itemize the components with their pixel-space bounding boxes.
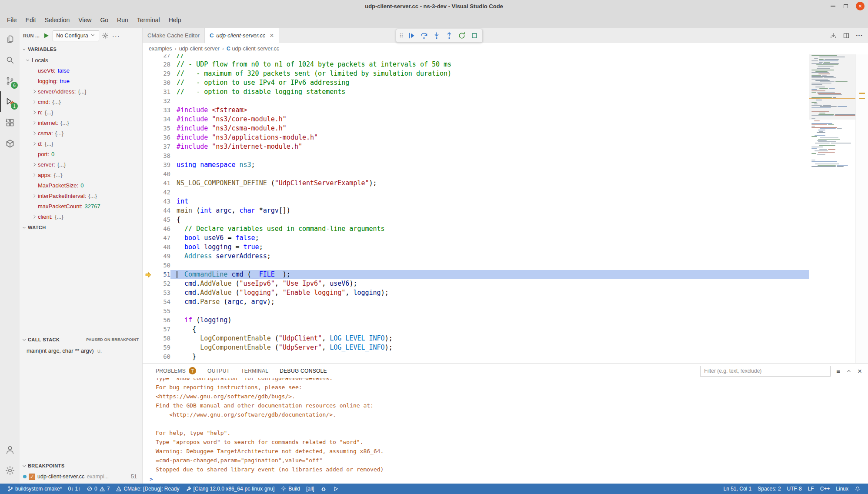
code-line[interactable]: 59 LogComponentEnable ("UdpServer", LOG_… <box>143 343 809 352</box>
cmake-build-button[interactable]: Build <box>277 484 303 494</box>
code-line[interactable]: 32 <box>143 97 809 106</box>
code-line[interactable]: 35#include "ns3/csma-module.h" <box>143 124 809 133</box>
step-over-button[interactable] <box>418 30 430 41</box>
breadcrumb-item[interactable]: Cudp-client-server.cc <box>227 46 279 52</box>
step-out-button[interactable] <box>444 30 455 41</box>
drag-handle-icon[interactable]: ⠿ <box>398 33 404 39</box>
code-line[interactable]: 36#include "ns3/applications-module.h" <box>143 133 809 142</box>
code-line[interactable]: 52 cmd.AddValue ("useIpv6", "Use Ipv6", … <box>143 279 809 288</box>
panel-tab-problems[interactable]: PROBLEMS7 <box>156 364 196 378</box>
variables-header[interactable]: VARIABLES <box>20 43 142 55</box>
code-line[interactable]: 27// <box>143 54 809 60</box>
panel-tab-debug-console[interactable]: DEBUG CONSOLE <box>280 364 327 378</box>
code-line[interactable]: 41NS_LOG_COMPONENT_DEFINE ("UdpClientSer… <box>143 179 809 188</box>
activity-settings[interactable] <box>0 460 20 481</box>
code-line[interactable]: 55 <box>143 307 809 316</box>
cmake-debug-button[interactable] <box>317 484 330 494</box>
encoding[interactable]: UTF-8 <box>784 484 805 494</box>
start-debugging-button[interactable] <box>42 32 50 40</box>
breadcrumb-item[interactable]: examples <box>149 46 172 52</box>
variable-row[interactable]: serverAddress:{...} <box>20 86 142 97</box>
breakpoint-item[interactable]: ✓udp-client-server.ccexampl...51 <box>20 471 142 482</box>
maximize-panel-chevron-icon[interactable] <box>846 368 852 374</box>
code-line[interactable]: 58 LogComponentEnable ("UdpClient", LOG_… <box>143 334 809 343</box>
debug-config-dropdown[interactable]: No Configura <box>53 30 99 41</box>
activity-extensions[interactable] <box>0 112 20 133</box>
code-line[interactable]: 33#include <fstream> <box>143 106 809 115</box>
code-line[interactable]: 40 <box>143 170 809 179</box>
output-settings-icon[interactable]: ≡ <box>836 367 840 375</box>
remote-os[interactable]: Linux <box>833 484 851 494</box>
step-into-button[interactable] <box>431 30 442 41</box>
eol[interactable]: LF <box>805 484 817 494</box>
notifications-bell[interactable] <box>851 484 864 494</box>
variable-row[interactable]: interPacketInterval:{...} <box>20 190 142 201</box>
code-line[interactable]: 29// - maximum of 320 packets sent (or l… <box>143 69 809 78</box>
stack-frame[interactable]: main(int argc, char ** argv)u. <box>20 345 142 356</box>
indentation[interactable]: Spaces: 2 <box>754 484 784 494</box>
code-line[interactable]: 45{ <box>143 215 809 224</box>
code-line[interactable]: 31// - option to disable logging stateme… <box>143 87 809 97</box>
activity-explorer[interactable] <box>0 29 20 50</box>
close-button[interactable]: × <box>856 2 865 10</box>
code-line[interactable]: 54 cmd.Parse (argc, argv); <box>143 297 809 307</box>
code-line[interactable]: 56 if (logging) <box>143 316 809 325</box>
code-line[interactable]: 51 CommandLine cmd (__FILE__); <box>143 270 809 279</box>
code-line[interactable]: 49 Address serverAddress; <box>143 252 809 261</box>
code-line[interactable]: 61 <box>143 361 809 363</box>
variable-row[interactable]: apps:{...} <box>20 170 142 180</box>
code-line[interactable]: 53 cmd.AddValue ("logging", "Enable logg… <box>143 288 809 297</box>
variable-row[interactable]: csma:{...} <box>20 128 142 138</box>
breakpoints-header[interactable]: BREAKPOINTS <box>20 460 142 471</box>
variable-row[interactable]: MaxPacketSize:0 <box>20 180 142 190</box>
git-branch-status[interactable]: buildsystem-cmake* <box>4 484 65 494</box>
code-line[interactable]: 57 { <box>143 325 809 334</box>
menu-help[interactable]: Help <box>164 14 186 26</box>
split-editor-button[interactable] <box>843 32 850 39</box>
overview-ruler[interactable] <box>855 54 868 363</box>
menu-file[interactable]: File <box>3 14 21 26</box>
variable-row[interactable]: internet:{...} <box>20 117 142 128</box>
breakpoint-checkbox[interactable]: ✓ <box>29 474 35 480</box>
variable-row[interactable]: useV6:false <box>20 65 142 76</box>
panel-tab-terminal[interactable]: TERMINAL <box>241 364 268 378</box>
console-input-prompt[interactable]: > <box>150 476 153 482</box>
code-line[interactable]: 50 <box>143 261 809 270</box>
cmake-kit-status[interactable]: [Clang 12.0.0 x86_64-pc-linux-gnu] <box>183 484 278 494</box>
minimize-button[interactable] <box>830 3 836 9</box>
cmake-status[interactable]: CMake: [Debug]: Ready <box>113 484 182 494</box>
variable-row[interactable]: n:{...} <box>20 107 142 117</box>
activity-source-control[interactable]: 6 <box>0 70 20 91</box>
menu-selection[interactable]: Selection <box>40 14 74 26</box>
minimap[interactable] <box>809 54 855 363</box>
close-panel-icon[interactable]: × <box>858 367 862 375</box>
tab-cmake-cache-editor[interactable]: CMake Cache Editor <box>143 28 205 43</box>
continue-button[interactable] <box>406 30 417 41</box>
view-more-actions-button[interactable]: ··· <box>111 32 121 40</box>
variable-row[interactable]: cmd:{...} <box>20 97 142 107</box>
variable-row[interactable]: maxPacketCount:32767 <box>20 201 142 211</box>
close-icon[interactable]: × <box>270 32 274 39</box>
activity-package-explorer[interactable] <box>0 133 20 154</box>
menu-run[interactable]: Run <box>113 14 133 26</box>
menu-edit[interactable]: Edit <box>21 14 40 26</box>
code-line[interactable]: 34#include "ns3/core-module.h" <box>143 115 809 124</box>
breadcrumb-item[interactable]: udp-client-server <box>179 46 220 52</box>
variable-row[interactable]: port:0 <box>20 149 142 159</box>
scope-locals[interactable]: Locals <box>20 55 142 65</box>
variable-row[interactable]: client:{...} <box>20 211 142 222</box>
language-mode[interactable]: C++ <box>817 484 833 494</box>
watch-header[interactable]: WATCH <box>20 222 142 233</box>
code-line[interactable]: 47 bool useV6 = false; <box>143 234 809 243</box>
console-filter-input[interactable] <box>700 366 831 377</box>
code-editor[interactable]: 27//28// - UDP flow from n0 to n1 of 102… <box>143 54 868 363</box>
tab-udp-client-server-cc[interactable]: Cudp-client-server.cc× <box>205 28 279 43</box>
activity-search[interactable] <box>0 50 20 70</box>
menu-view[interactable]: View <box>74 14 96 26</box>
code-line[interactable]: 46 // Declare variables used in command-… <box>143 224 809 234</box>
variable-row[interactable]: logging:true <box>20 76 142 86</box>
cursor-position[interactable]: Ln 51, Col 1 <box>721 484 755 494</box>
activity-account[interactable] <box>0 439 20 460</box>
restart-button[interactable] <box>456 30 467 41</box>
editor-more-actions[interactable]: ··· <box>856 32 863 39</box>
